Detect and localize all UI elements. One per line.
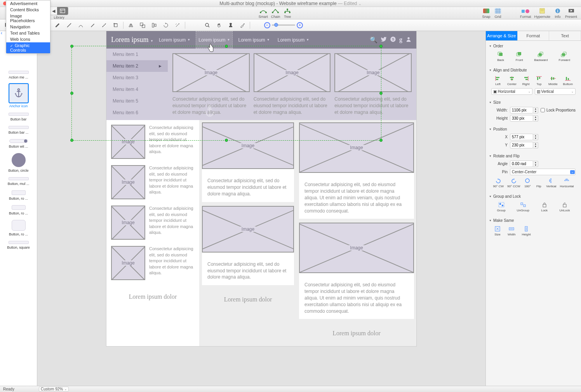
- pencil-tool-icon[interactable]: [53, 21, 62, 29]
- rotate-icon[interactable]: [162, 21, 170, 29]
- wf-menu-item-active[interactable]: Menu item 2▶: [106, 60, 168, 72]
- height-input[interactable]: ▲▼: [510, 115, 576, 122]
- hflip-icon[interactable]: [127, 21, 135, 29]
- dropdown-item-selected[interactable]: ✓Graphic Controls: [6, 42, 50, 53]
- connector-smart[interactable]: Smart: [259, 7, 268, 19]
- dropdown-item[interactable]: Text and Tables: [6, 30, 50, 36]
- back-icon[interactable]: ‹: [1, 30, 5, 34]
- dropdown-item[interactable]: Web Icons: [6, 36, 50, 42]
- measure-tool-icon[interactable]: [100, 21, 108, 29]
- order-forward-button[interactable]: Forward: [559, 51, 570, 62]
- library-item[interactable]: Button bar ...: [0, 124, 37, 137]
- align-bottom-button[interactable]: Bottom: [563, 75, 573, 86]
- library-item[interactable]: Button, ro ...: [0, 203, 37, 218]
- order-front-button[interactable]: Front: [515, 51, 523, 62]
- connector-tool-icon[interactable]: [77, 21, 85, 29]
- align-icon[interactable]: [150, 21, 158, 29]
- wf-nav-item[interactable]: Lorem ipsum▼: [157, 37, 193, 43]
- order-back-button[interactable]: Back: [497, 51, 504, 62]
- order-backward-button[interactable]: Backward: [534, 51, 548, 62]
- library-category-dropdown[interactable]: Advertisement Content Blocks Image Place…: [6, 0, 50, 54]
- format-button[interactable]: Format: [520, 7, 531, 19]
- dropdown-item[interactable]: Advertisement: [6, 0, 50, 7]
- info-button[interactable]: iInfo: [553, 7, 562, 19]
- connector-chain[interactable]: Chain: [271, 7, 280, 19]
- ungroup-button[interactable]: UnGroup: [517, 202, 529, 212]
- angle-input[interactable]: ▲▼: [510, 160, 576, 167]
- section-header[interactable]: Order: [489, 42, 578, 50]
- skype-icon[interactable]: S: [390, 36, 396, 44]
- lock-button[interactable]: Lock: [541, 202, 548, 212]
- distribute-vertical-select[interactable]: ▥ Vertical⌄: [535, 88, 576, 95]
- grid-button[interactable]: Grid: [494, 7, 502, 19]
- hand-tool-icon[interactable]: [215, 21, 223, 29]
- dropdown-item[interactable]: Content Blocks: [6, 7, 50, 13]
- connector-tree[interactable]: Tree: [283, 7, 292, 19]
- zoom-combo[interactable]: Custom 92%⌄: [39, 387, 69, 392]
- line-tool-icon[interactable]: [65, 21, 73, 29]
- canvas[interactable]: Lorem ipsum ▼ Lorem ipsum▼ Lorem ipsum▼ …: [37, 31, 485, 386]
- same-height-button[interactable]: Height: [522, 226, 531, 236]
- width-input[interactable]: ▲▼: [510, 107, 538, 113]
- wf-nav-item[interactable]: Lorem ipsum▼: [275, 37, 311, 43]
- wf-menu-item[interactable]: Menu item 3: [106, 72, 168, 84]
- wf-nav-item[interactable]: Lorem ipsum▼: [236, 37, 272, 43]
- flip-horizontal-button[interactable]: Horizontal: [560, 178, 574, 188]
- library-item[interactable]: Button, ro ...: [0, 218, 37, 239]
- library-button[interactable]: ◀ Library: [50, 7, 68, 19]
- tab-arrange-size[interactable]: Arrange & Size: [486, 31, 518, 40]
- search-icon[interactable]: 🔍: [370, 36, 377, 44]
- tab-text[interactable]: Text: [549, 31, 581, 40]
- library-item[interactable]: Button, circle: [0, 151, 37, 175]
- tab-format[interactable]: Format: [518, 31, 550, 40]
- wf-menu-item[interactable]: Menu item 5: [106, 95, 168, 107]
- section-header[interactable]: Make Same: [489, 217, 578, 224]
- library-item[interactable]: Button wit ...: [0, 137, 37, 151]
- wf-menu-item[interactable]: Menu item 6: [106, 107, 168, 118]
- google-icon[interactable]: g: [399, 36, 402, 44]
- brush-tool-icon[interactable]: [88, 21, 97, 29]
- user-icon[interactable]: [405, 36, 412, 44]
- section-header[interactable]: Position: [489, 125, 578, 133]
- zoom-out-icon[interactable]: −: [264, 22, 270, 28]
- magic-icon[interactable]: [173, 21, 182, 29]
- align-middle-button[interactable]: Middle: [548, 75, 558, 86]
- align-right-button[interactable]: Right: [522, 75, 530, 86]
- twitter-icon[interactable]: [381, 36, 387, 44]
- flip-vertical-button[interactable]: Vertical: [546, 178, 556, 188]
- section-header[interactable]: Align and Distribute: [489, 66, 578, 74]
- unlock-button[interactable]: UnLock: [559, 202, 570, 212]
- library-item[interactable]: Button bar: [0, 110, 37, 124]
- group-button[interactable]: Group: [497, 202, 505, 212]
- align-center-button[interactable]: Center: [507, 75, 517, 86]
- dropdown-item[interactable]: Navigation: [6, 24, 50, 30]
- same-width-button[interactable]: Width: [508, 226, 515, 236]
- wf-menu-item[interactable]: Menu item 1: [106, 49, 168, 60]
- rotate-ccw-button[interactable]: 90° CCW: [507, 178, 520, 188]
- wf-menu-item[interactable]: Menu item 4: [106, 84, 168, 95]
- crop-tool-icon[interactable]: [111, 21, 120, 29]
- library-item[interactable]: Action me ...: [0, 68, 37, 82]
- lock-proportions-checkbox[interactable]: Lock Proportions: [541, 108, 576, 112]
- zoom-tool-icon[interactable]: [203, 21, 212, 29]
- wf-nav-item-hover[interactable]: Lorem ipsum▼: [196, 31, 233, 49]
- stamp-tool-icon[interactable]: [226, 21, 235, 29]
- eyedropper-tool-icon[interactable]: [238, 21, 247, 29]
- pin-select[interactable]: Center-Center⌄: [510, 169, 576, 175]
- align-left-button[interactable]: Left: [494, 75, 502, 86]
- y-input[interactable]: ▲▼: [510, 142, 576, 148]
- zoom-slider[interactable]: − +: [264, 22, 303, 28]
- same-size-button[interactable]: Size: [494, 226, 501, 236]
- section-header[interactable]: Rotate and Flip: [489, 152, 578, 160]
- hypernote-button[interactable]: Hypernote: [534, 7, 550, 19]
- library-item-anchor[interactable]: Anchor icon: [0, 82, 37, 110]
- present-button[interactable]: Present: [565, 7, 577, 19]
- x-input[interactable]: ▲▼: [510, 134, 576, 140]
- snap-button[interactable]: Snap: [482, 7, 491, 19]
- section-header[interactable]: Size: [489, 99, 578, 106]
- distribute-horizontal-select[interactable]: ▣ Horizontal⌄: [491, 88, 532, 95]
- library-item[interactable]: Button, square: [0, 239, 37, 252]
- align-top-button[interactable]: Top: [535, 75, 543, 86]
- group-icon[interactable]: [138, 21, 147, 29]
- rotate-cw-button[interactable]: 90° CW: [493, 178, 504, 188]
